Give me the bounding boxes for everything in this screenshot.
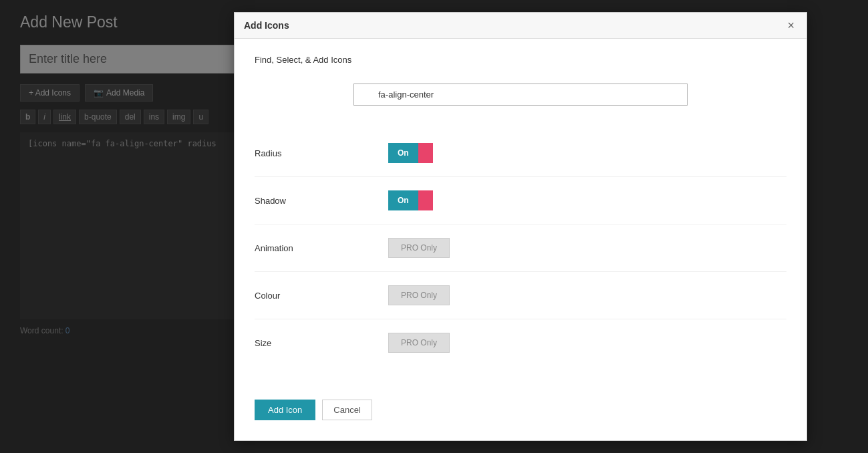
shadow-label: Shadow [255, 196, 388, 206]
shadow-row: Shadow On [255, 177, 786, 224]
colour-label: Colour [255, 291, 388, 301]
animation-pro-badge: PRO Only [388, 238, 450, 258]
radius-toggle[interactable]: On [388, 143, 433, 163]
shadow-toggle-on[interactable]: On [388, 190, 418, 210]
size-label: Size [255, 338, 388, 348]
size-control: PRO Only [388, 333, 450, 353]
size-pro-badge: PRO Only [388, 333, 450, 353]
colour-control: PRO Only [388, 285, 450, 305]
animation-control: PRO Only [388, 238, 450, 258]
icon-search-wrap: ≡ [255, 84, 786, 106]
modal-footer: Add Icon Cancel [235, 386, 807, 440]
cancel-button[interactable]: Cancel [322, 400, 372, 420]
colour-pro-badge: PRO Only [388, 285, 450, 305]
colour-row: Colour PRO Only [255, 272, 786, 319]
modal-subtitle: Find, Select, & Add Icons [255, 55, 786, 65]
icon-search-input[interactable] [353, 84, 688, 106]
modal-close-button[interactable]: × [784, 19, 797, 31]
size-row: Size PRO Only [255, 319, 786, 366]
radius-row: Radius On [255, 130, 786, 177]
animation-row: Animation PRO Only [255, 224, 786, 272]
modal-title: Add Icons [244, 20, 289, 31]
modal-body: Find, Select, & Add Icons ≡ Radius On [235, 39, 807, 386]
radius-label: Radius [255, 148, 388, 158]
add-icons-modal: Add Icons × Find, Select, & Add Icons ≡ … [234, 12, 807, 441]
settings-table: Radius On Shadow On [255, 130, 786, 366]
animation-label: Animation [255, 243, 388, 253]
radius-toggle-dot [418, 143, 433, 163]
shadow-toggle[interactable]: On [388, 190, 433, 210]
shadow-toggle-dot [418, 190, 433, 210]
radius-control: On [388, 143, 433, 163]
add-icon-button[interactable]: Add Icon [255, 400, 315, 420]
modal-header: Add Icons × [235, 13, 807, 39]
shadow-control: On [388, 190, 433, 210]
radius-toggle-on[interactable]: On [388, 143, 418, 163]
icon-search-container: ≡ [353, 84, 688, 106]
